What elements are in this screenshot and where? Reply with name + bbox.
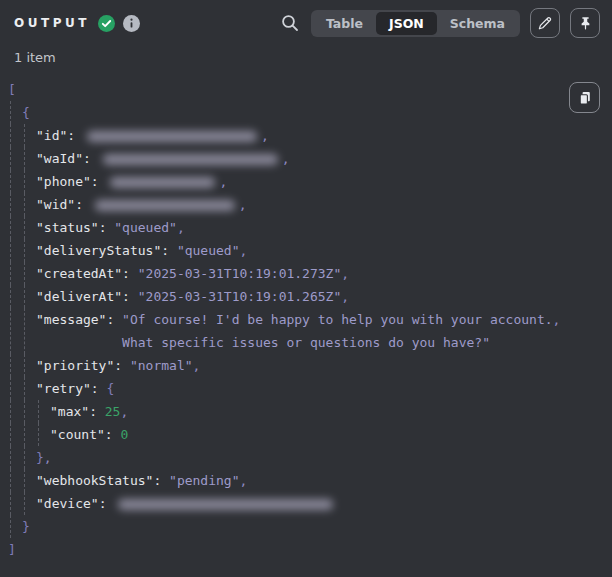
json-line: "waId": , (0, 147, 612, 170)
redacted-value (87, 131, 257, 142)
json-line: "status": "queued", (0, 216, 612, 239)
tab-json[interactable]: JSON (376, 12, 437, 35)
panel-title: OUTPUT (14, 16, 90, 30)
copy-output-button[interactable] (569, 82, 600, 113)
json-line: "max": 25, (0, 400, 612, 423)
output-panel: OUTPUT (0, 0, 612, 577)
json-content: [{"id": ,"waId": ,"phone": ,"wid": ,"sta… (0, 78, 612, 561)
edit-output-button[interactable] (530, 8, 560, 38)
json-line: "webhookStatus": "pending", (0, 469, 612, 492)
json-line: { (0, 101, 612, 124)
redacted-value (110, 177, 215, 188)
json-line: "priority": "normal", (0, 354, 612, 377)
json-line: } (0, 515, 612, 538)
json-line: "device": (0, 492, 612, 515)
redacted-value (95, 200, 235, 211)
pin-data-button[interactable] (570, 8, 600, 38)
json-line: "count": 0 (0, 423, 612, 446)
success-check-icon (98, 15, 115, 32)
header-right: Table JSON Schema (279, 8, 600, 38)
copy-icon (577, 90, 593, 106)
json-line: "deliveryStatus": "queued", (0, 239, 612, 262)
json-line: "deliverAt": "2025-03-31T10:19:01.265Z", (0, 285, 612, 308)
items-count: 1 item (0, 38, 612, 68)
pencil-icon (537, 15, 553, 31)
info-icon[interactable] (123, 15, 140, 32)
view-mode-tabs: Table JSON Schema (311, 10, 520, 37)
tab-table[interactable]: Table (313, 12, 376, 35)
json-line: "id": , (0, 124, 612, 147)
tab-schema[interactable]: Schema (437, 12, 518, 35)
json-line: "retry": { (0, 377, 612, 400)
header-left: OUTPUT (14, 15, 140, 32)
redacted-value (118, 499, 333, 510)
output-header: OUTPUT (0, 0, 612, 38)
json-line: "wid": , (0, 193, 612, 216)
json-line: [ (0, 78, 612, 101)
search-icon (281, 14, 299, 32)
json-line: "message": "Of course! I'd be happy to h… (0, 308, 612, 354)
json-line: "createdAt": "2025-03-31T10:19:01.273Z", (0, 262, 612, 285)
json-line: }, (0, 446, 612, 469)
search-button[interactable] (279, 12, 301, 34)
redacted-value (103, 154, 278, 165)
pin-icon (578, 16, 593, 31)
json-line: "phone": , (0, 170, 612, 193)
json-viewer: [{"id": ,"waId": ,"phone": ,"wid": ,"sta… (0, 78, 612, 561)
json-line: ] (0, 538, 612, 561)
